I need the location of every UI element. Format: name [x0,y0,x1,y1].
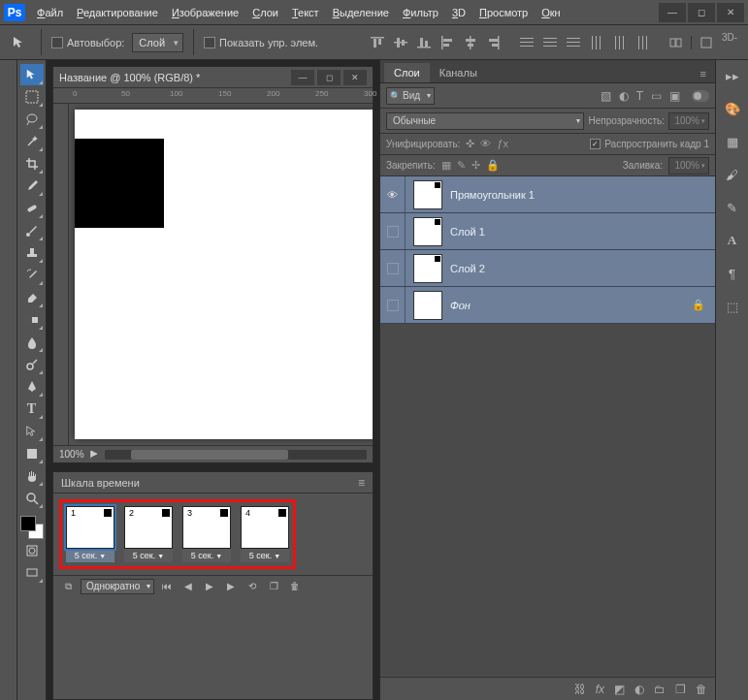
tab-channels[interactable]: Каналы [430,63,487,82]
new-frame-button[interactable]: ❐ [265,579,282,594]
panel-menu-icon[interactable]: ≡ [696,65,711,82]
shape-tool[interactable] [20,443,44,464]
layer-row[interactable]: Слой 2 [380,250,715,287]
frame-1[interactable]: 1 5 сек.▼ [66,506,114,562]
align-bottom-icon[interactable] [413,32,435,53]
align-left-icon[interactable] [437,32,458,53]
zoom-level[interactable]: 100% [59,449,84,460]
frame-4[interactable]: 4 5 сек.▼ [241,506,289,562]
eraser-tool[interactable] [20,287,44,308]
distribute-left-icon[interactable] [586,32,607,53]
frame-delay[interactable]: 5 сек.▼ [241,549,289,562]
healing-tool[interactable] [20,198,44,219]
layer-row[interactable]: Фон 🔒 [380,287,715,324]
minimize-button[interactable]: — [659,3,686,22]
timeline-convert-icon[interactable]: ⧉ [59,579,77,594]
menu-3d[interactable]: 3D [446,4,472,21]
magic-wand-tool[interactable] [20,131,44,152]
propagate-checkbox[interactable]: ✓ Распространить кадр 1 [590,139,709,149]
brushes-panel-icon[interactable]: 🖌 [723,165,742,184]
doc-minimize-button[interactable]: — [291,70,314,85]
3d-mode-icon[interactable] [696,32,717,53]
show-transform-checkbox[interactable]: Показать упр. элем. [204,37,318,48]
layer-thumbnail[interactable] [413,217,442,246]
layer-group-icon[interactable]: 🗀 [654,683,666,696]
layer-name[interactable]: Прямоугольник 1 [450,189,535,201]
layer-thumbnail[interactable] [413,254,442,283]
align-vcenter-icon[interactable] [390,32,411,53]
filter-smart-icon[interactable]: ▣ [669,89,680,103]
color-swatches[interactable] [20,516,44,539]
blur-tool[interactable] [20,332,44,353]
menu-text[interactable]: Текст [286,4,325,21]
visibility-toggle[interactable] [380,250,406,286]
gradient-tool[interactable] [20,309,44,331]
menu-file[interactable]: Файл [31,4,69,21]
hand-tool[interactable] [20,465,44,487]
menu-filter[interactable]: Фильтр [397,4,444,21]
3d-panel-icon[interactable]: ⬚ [723,297,742,316]
align-right-icon[interactable] [483,32,504,53]
color-panel-icon[interactable]: 🎨 [723,99,742,118]
menu-layers[interactable]: Слои [246,4,284,21]
menu-select[interactable]: Выделение [327,4,395,21]
frame-delay[interactable]: 5 сек.▼ [124,549,173,562]
brush-tool[interactable] [20,220,44,241]
pen-tool[interactable] [20,376,44,398]
delete-frame-button[interactable]: 🗑 [286,579,304,594]
next-frame-button[interactable]: ▶ [222,579,240,594]
menu-window[interactable]: Окн [536,4,566,21]
frame-delay[interactable]: 5 сек.▼ [66,549,114,562]
brush-presets-icon[interactable]: ✎ [723,198,742,217]
layer-name[interactable]: Фон [450,300,471,311]
autoselect-combo[interactable]: Слой [132,33,183,52]
align-top-icon[interactable] [367,32,388,53]
panel-menu-icon[interactable]: ≡ [358,476,365,490]
fill-input[interactable]: 100%▾ [668,157,709,175]
delete-layer-icon[interactable]: 🗑 [696,683,707,696]
unify-position-icon[interactable]: ✜ [466,138,474,150]
layer-thumbnail[interactable] [413,180,442,209]
type-tool[interactable]: T [20,398,44,420]
first-frame-button[interactable]: ⏮ [158,579,176,594]
zoom-tool[interactable] [20,488,44,509]
foreground-color-swatch[interactable] [20,516,36,531]
autoselect-checkbox[interactable]: Автовыбор: [51,37,124,48]
prev-frame-button[interactable]: ◀ [179,579,197,594]
distribute-vcenter-icon[interactable] [539,32,561,53]
distribute-bottom-icon[interactable] [563,32,584,53]
unify-visibility-icon[interactable]: 👁 [480,138,491,150]
layer-mask-icon[interactable]: ◩ [614,683,625,696]
align-hcenter-icon[interactable] [460,32,481,53]
play-button[interactable]: ▶ [201,579,218,594]
stamp-tool[interactable] [20,242,44,264]
visibility-toggle[interactable] [380,213,406,249]
layer-thumbnail[interactable] [413,291,442,320]
filter-kind-combo[interactable]: Вид [386,87,435,105]
lock-paint-icon[interactable]: ✎ [457,159,466,172]
tween-button[interactable]: ⟲ [244,579,261,594]
doc-close-button[interactable]: ✕ [343,70,367,85]
ruler-vertical[interactable] [53,104,69,445]
quickmask-toggle[interactable] [20,540,44,561]
status-arrow-icon[interactable]: ⯈ [90,450,99,460]
visibility-toggle[interactable]: 👁 [380,176,406,212]
doc-maximize-button[interactable]: ◻ [317,70,341,85]
loop-combo[interactable]: Однократно [81,579,154,594]
marquee-tool[interactable] [20,86,44,108]
layer-row[interactable]: 👁 Прямоугольник 1 [380,176,715,213]
move-tool[interactable] [20,64,44,85]
menu-edit[interactable]: Редактирование [71,4,164,21]
horizontal-scrollbar[interactable] [105,450,367,460]
opacity-input[interactable]: 100%▾ [668,112,709,130]
filter-type-icon[interactable]: T [636,89,643,103]
character-panel-icon[interactable]: A [723,231,742,250]
lasso-tool[interactable] [20,109,44,130]
dodge-tool[interactable] [20,354,44,375]
crop-tool[interactable] [20,153,44,175]
lock-move-icon[interactable]: ✢ [472,159,480,172]
screenmode-toggle[interactable] [20,562,44,584]
layer-name[interactable]: Слой 1 [450,226,485,238]
tab-layers[interactable]: Слои [384,63,430,82]
distribute-top-icon[interactable] [516,32,537,53]
